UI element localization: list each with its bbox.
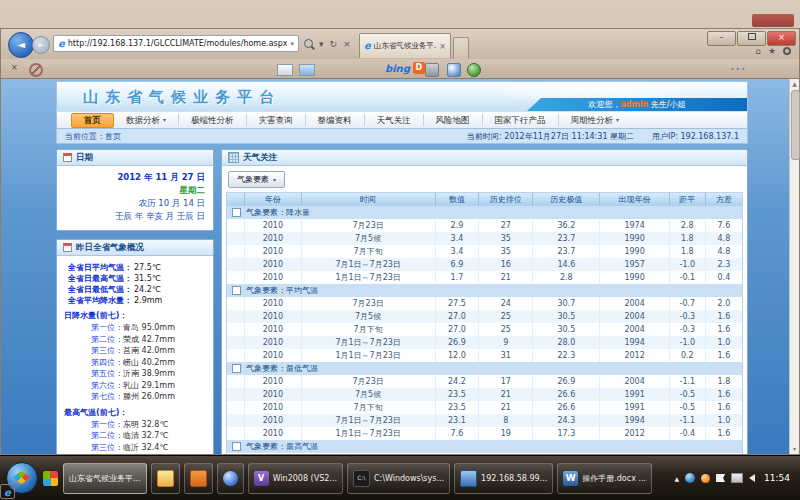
group-checkbox[interactable] (232, 286, 241, 295)
tools-icon[interactable] (447, 63, 461, 77)
taskbar-window-vs[interactable]: VWin2008 (VS2... (248, 463, 343, 494)
mail-blue-icon[interactable] (299, 64, 315, 76)
table-row[interactable]: 20107月下旬3.43523.719901.84.8 (227, 245, 742, 258)
ie-page-icon: e (58, 39, 65, 49)
table-cell: 31.5 (436, 453, 480, 454)
table-row[interactable]: 20107月5候23.52126.61991-0.51.6 (227, 388, 742, 401)
group-label: 气象要素：平均气温 (246, 285, 318, 296)
group-checkbox[interactable] (232, 364, 241, 373)
table-row[interactable]: 20107月23日2.92736.219742.87.6 (227, 219, 742, 232)
taskbar-window-cmd[interactable]: C:\C:\Windows\sys... (347, 463, 450, 494)
table-cell: 2010 (245, 310, 302, 323)
rank-position: 第三位： (59, 345, 123, 357)
date-panel-title: 日期 (76, 152, 93, 164)
table-row[interactable]: 20107月下旬23.52126.61991-0.51.6 (227, 401, 742, 414)
overflow-dots-icon[interactable]: ••• (730, 65, 747, 72)
table-cell: 23.5 (436, 388, 480, 401)
table-row[interactable]: 20107月23日31.52936.31955,1951-0.32.5 (227, 453, 742, 454)
element-filter-button[interactable]: 气象要素▾ (228, 171, 285, 188)
table-row[interactable]: 20101月1日～7月23日12.03122.320120.21.6 (227, 349, 742, 362)
forward-button[interactable]: ► (32, 36, 50, 54)
group-checkbox[interactable] (232, 208, 241, 217)
table-row[interactable]: 20107月1日～7月23日23.1824.31994-1.11.0 (227, 414, 742, 427)
table-group-row-1: 气象要素：平均气温 (227, 284, 742, 297)
table-cell: 1.0 (706, 414, 742, 427)
table-row[interactable]: 20107月5候3.43523.719901.84.8 (227, 232, 742, 245)
maximize-button[interactable] (737, 31, 766, 46)
scroll-up-icon[interactable]: ▲ (790, 79, 799, 89)
toolbar-close-icon[interactable]: × (11, 63, 18, 72)
gear-icon[interactable] (783, 47, 791, 55)
table-cell: 26.6 (533, 401, 600, 414)
stat-value: 2.9mm (134, 296, 162, 305)
search-dropdown-icon[interactable]: ▾ (319, 39, 324, 49)
stop-icon[interactable]: × (343, 39, 351, 49)
nav-item-3[interactable]: 灾害查询 (246, 114, 305, 126)
taskbar-window-title: C:\Windows\sys... (374, 474, 444, 483)
scrollbar-thumb[interactable] (791, 90, 800, 160)
bing-logo[interactable]: bing D (385, 62, 425, 74)
table-row[interactable]: 20101月1日～7月23日1.7212.81990-0.10.4 (227, 271, 742, 284)
table-row[interactable]: 20107月5候27.02530.52004-0.31.6 (227, 310, 742, 323)
minimize-button[interactable]: – (707, 31, 736, 46)
nav-item-2[interactable]: 极端性分析 (178, 114, 246, 126)
table-row[interactable]: 20101月1日～7月23日7.61917.32012-0.41.6 (227, 427, 742, 440)
table-cell: 14.6 (533, 258, 600, 271)
table-row[interactable]: 20107月23日27.52430.72004-0.72.0 (227, 297, 742, 310)
taskbar-window-word[interactable]: W操作手册.docx ... (557, 463, 652, 494)
group-checkbox[interactable] (232, 442, 241, 451)
network-status-icon[interactable] (731, 473, 743, 483)
tray-app-icon[interactable] (701, 474, 710, 483)
background-window-close-button[interactable] (752, 14, 794, 27)
browser-tab[interactable]: e 山东省气候业务平... × (359, 33, 451, 58)
search-icon[interactable] (304, 39, 313, 48)
scroll-down-icon[interactable]: ▾ (790, 444, 799, 454)
new-tab-button[interactable] (453, 37, 469, 60)
address-dropdown-icon[interactable]: ▾ (290, 40, 294, 48)
action-center-flag-icon[interactable] (716, 474, 725, 482)
taskbar-window-rdp[interactable]: 192.168.58.99... (454, 463, 553, 494)
refresh-icon[interactable]: ↻ (330, 39, 338, 49)
table-row[interactable]: 20107月1日～7月23日6.91614.61957-1.02.3 (227, 258, 742, 271)
camera-icon[interactable] (425, 63, 439, 77)
weather-panel-title: 昨日全省气象概况 (76, 242, 144, 254)
orange-app-icon (190, 470, 207, 487)
table-row[interactable]: 20107月23日24.21726.92004-1.11.8 (227, 375, 742, 388)
taskbar-window-ie[interactable]: e山东省气候业务平... (63, 463, 147, 494)
tab-close-icon[interactable]: × (439, 42, 446, 51)
table-cell: 1.6 (706, 310, 742, 323)
close-button[interactable]: × (767, 31, 796, 46)
favorites-star-icon[interactable]: ★ (768, 46, 776, 56)
home-icon[interactable]: ⌂ (755, 46, 761, 56)
table-cell: 1.6 (706, 388, 742, 401)
nav-item-7[interactable]: 国家下行产品 (482, 114, 558, 126)
network-globe-icon[interactable] (685, 473, 695, 483)
table-cell: 1.6 (706, 323, 742, 336)
address-bar[interactable]: e http://192.168.137.1/GLCCLIMATE/module… (53, 35, 299, 52)
table-cell: 7月下旬 (302, 401, 436, 414)
element-filter-label: 气象要素 (237, 174, 269, 185)
taskbar-window-media[interactable] (217, 463, 244, 494)
back-button[interactable]: ◄ (8, 32, 34, 58)
nav-item-5[interactable]: 天气关注 (364, 114, 423, 126)
taskbar-window-orange-app[interactable] (184, 463, 213, 494)
nav-item-6[interactable]: 风险地图 (423, 114, 482, 126)
table-row[interactable]: 20107月1日～7月23日26.9928.01994-1.01.0 (227, 336, 742, 349)
taskbar-window-folder[interactable] (151, 463, 180, 494)
volume-icon[interactable] (749, 474, 755, 482)
pinned-app-icon[interactable] (43, 471, 58, 486)
taskbar-clock[interactable]: 11:54 (764, 473, 790, 483)
nav-item-8[interactable]: 周期性分析▾ (558, 114, 632, 126)
table-row[interactable]: 20107月下旬27.02530.52004-0.31.6 (227, 323, 742, 336)
show-hidden-icons[interactable]: ▲ (674, 475, 679, 482)
table-cell: 7月1日～7月23日 (302, 414, 436, 427)
rank-value: 沂南 38.9mm (123, 368, 175, 380)
nav-item-4[interactable]: 整编资料 (305, 114, 364, 126)
nav-item-0[interactable]: 首页 (71, 113, 114, 128)
table-cell: 1991 (600, 388, 670, 401)
green-globe-icon[interactable] (467, 63, 481, 77)
table-cell: 7月23日 (302, 297, 436, 310)
nav-item-1[interactable]: 数据分析▾ (114, 114, 178, 126)
mail-icon[interactable] (277, 64, 293, 76)
browser-scrollbar[interactable]: ▲ ▾ (789, 79, 799, 454)
